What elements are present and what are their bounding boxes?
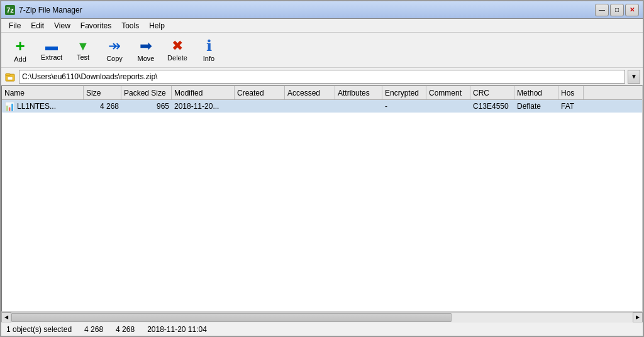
address-input[interactable] [19, 70, 625, 84]
status-packed: 4 268 [116, 325, 135, 334]
file-cell-host: FAT [558, 100, 584, 113]
col-header-encrypted[interactable]: Encrypted [382, 86, 426, 99]
test-label: Test [77, 53, 89, 61]
table-row[interactable]: 📊LL1NTES...4 2689652018-11-20...-C13E455… [2, 100, 642, 113]
svg-rect-1 [6, 74, 10, 75]
extract-label: Extract [41, 53, 62, 61]
move-icon: ➡ [140, 38, 152, 53]
col-header-modified[interactable]: Modified [172, 86, 235, 99]
scrollbar-track[interactable] [11, 312, 633, 323]
add-label: Add [14, 55, 26, 63]
add-icon: + [15, 38, 25, 54]
menu-item-view[interactable]: View [49, 20, 75, 31]
menu-item-help[interactable]: Help [144, 20, 170, 31]
toolbar-copy-button[interactable]: ↠Copy [99, 35, 130, 66]
window-controls: — □ ✕ [595, 4, 639, 16]
file-list: NameSizePacked SizeModifiedCreatedAccess… [1, 86, 643, 312]
col-header-name[interactable]: Name [2, 86, 84, 99]
file-cell-packed_size: 965 [121, 100, 172, 113]
address-bar: ▼ [1, 68, 643, 86]
test-icon: ▼ [77, 40, 89, 52]
main-window: 7z 7-Zip File Manager — □ ✕ FileEditView… [0, 0, 644, 337]
file-cell-size: 4 268 [84, 100, 121, 113]
col-header-created[interactable]: Created [235, 86, 285, 99]
col-header-crc[interactable]: CRC [470, 86, 514, 99]
address-dropdown[interactable]: ▼ [628, 70, 640, 84]
menu-item-tools[interactable]: Tools [116, 20, 144, 31]
column-headers: NameSizePacked SizeModifiedCreatedAccess… [2, 86, 642, 100]
toolbar-test-button[interactable]: ▼Test [68, 35, 98, 66]
file-cell-encrypted: - [382, 100, 426, 113]
toolbar-extract-button[interactable]: ▬Extract [36, 35, 67, 66]
copy-icon: ↠ [108, 38, 121, 53]
minimize-button[interactable]: — [595, 4, 609, 16]
delete-label: Delete [167, 54, 187, 62]
file-rows: 📊LL1NTES...4 2689652018-11-20...-C13E455… [2, 100, 642, 311]
extract-icon: ▬ [45, 40, 58, 52]
status-bar: 1 object(s) selected 4 268 4 268 2018-11… [1, 322, 643, 336]
toolbar-delete-button[interactable]: ✖Delete [162, 35, 192, 66]
status-selected: 1 object(s) selected [6, 325, 72, 334]
file-cell-attributes [335, 100, 382, 113]
toolbar-info-button[interactable]: ℹInfo [194, 35, 224, 66]
window-title: 7-Zip File Manager [19, 6, 82, 14]
status-size: 4 268 [84, 325, 103, 334]
col-header-packed_size[interactable]: Packed Size [121, 86, 172, 99]
copy-label: Copy [106, 55, 123, 62]
file-cell-accessed [285, 100, 335, 113]
address-icon [4, 70, 16, 83]
file-cell-name: 📊LL1NTES... [2, 100, 84, 113]
col-header-method[interactable]: Method [514, 86, 558, 99]
menu-item-file[interactable]: File [4, 20, 26, 31]
col-header-size[interactable]: Size [84, 86, 121, 99]
menu-bar: FileEditViewFavoritesToolsHelp [1, 19, 643, 33]
info-icon: ℹ [206, 38, 212, 53]
title-bar: 7z 7-Zip File Manager — □ ✕ [1, 1, 643, 19]
toolbar-add-button[interactable]: +Add [5, 35, 35, 66]
file-cell-modified: 2018-11-20... [172, 100, 235, 113]
file-type-icon: 📊 [4, 102, 14, 111]
title-bar-left: 7z 7-Zip File Manager [5, 5, 82, 15]
menu-item-edit[interactable]: Edit [26, 20, 49, 31]
file-cell-crc: C13E4550 [470, 100, 514, 113]
status-date: 2018-11-20 11:04 [147, 325, 207, 334]
scroll-left-button[interactable]: ◀ [1, 312, 11, 323]
menu-item-favorites[interactable]: Favorites [75, 20, 116, 31]
col-header-host[interactable]: Hos [558, 86, 584, 99]
scrollbar-thumb[interactable] [11, 313, 452, 322]
file-cell-comment [426, 100, 470, 113]
toolbar-move-button[interactable]: ➡Move [131, 35, 161, 66]
col-header-accessed[interactable]: Accessed [285, 86, 335, 99]
info-label: Info [203, 55, 214, 62]
file-cell-method: Deflate [514, 100, 558, 113]
horizontal-scrollbar[interactable]: ◀ ▶ [1, 312, 643, 322]
toolbar: +Add▬Extract▼Test↠Copy➡Move✖DeleteℹInfo [1, 33, 643, 68]
file-cell-created [235, 100, 285, 113]
delete-icon: ✖ [172, 39, 183, 53]
col-header-comment[interactable]: Comment [426, 86, 470, 99]
svg-rect-2 [8, 77, 13, 80]
col-header-attributes[interactable]: Attributes [335, 86, 382, 99]
app-icon: 7z [5, 5, 15, 15]
maximize-button[interactable]: □ [610, 4, 624, 16]
close-button[interactable]: ✕ [625, 4, 639, 16]
scroll-right-button[interactable]: ▶ [633, 312, 643, 323]
move-label: Move [138, 55, 155, 62]
